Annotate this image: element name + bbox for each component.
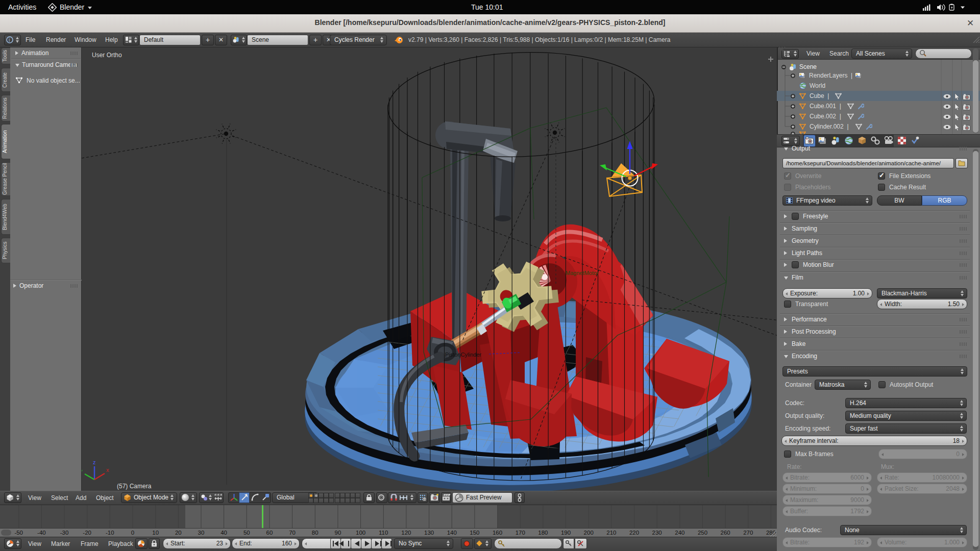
svg-text:i: i — [9, 37, 10, 43]
svg-text:z: z — [93, 459, 96, 465]
svg-text:(57) Camera: (57) Camera — [117, 483, 152, 490]
svg-text:User Ortho: User Ortho — [92, 52, 122, 59]
svg-text:x: x — [106, 467, 109, 473]
svg-text:PistonCylinder: PistonCylinder — [445, 352, 481, 358]
svg-text:MagnetMotor: MagnetMotor — [566, 270, 599, 276]
